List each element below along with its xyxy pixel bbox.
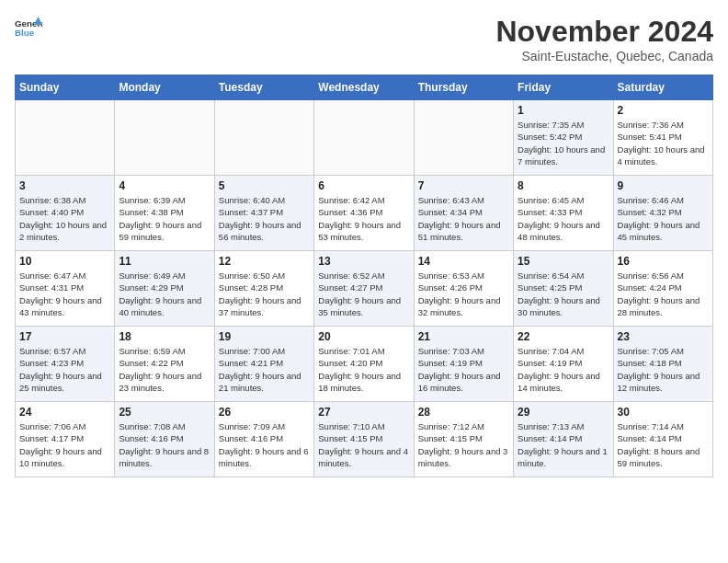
day-info: Sunrise: 7:00 AM Sunset: 4:21 PM Dayligh… — [219, 345, 310, 394]
calendar-cell: 18Sunrise: 6:59 AM Sunset: 4:22 PM Dayli… — [115, 327, 214, 402]
day-number: 25 — [119, 406, 210, 419]
day-info: Sunrise: 7:08 AM Sunset: 4:16 PM Dayligh… — [119, 420, 210, 469]
day-info: Sunrise: 6:47 AM Sunset: 4:31 PM Dayligh… — [19, 270, 110, 318]
day-number: 24 — [19, 406, 110, 419]
day-number: 8 — [518, 179, 609, 192]
day-info: Sunrise: 7:14 AM Sunset: 4:14 PM Dayligh… — [618, 420, 709, 469]
day-info: Sunrise: 6:53 AM Sunset: 4:26 PM Dayligh… — [418, 270, 509, 318]
calendar-cell: 3Sunrise: 6:38 AM Sunset: 4:40 PM Daylig… — [16, 176, 115, 251]
day-number: 29 — [518, 406, 609, 419]
logo: General Blue — [15, 15, 42, 40]
day-number: 21 — [418, 330, 509, 343]
day-number: 23 — [618, 330, 709, 343]
subtitle: Saint-Eustache, Quebec, Canada — [495, 49, 713, 63]
day-number: 13 — [318, 255, 409, 268]
week-row-2: 10Sunrise: 6:47 AM Sunset: 4:31 PM Dayli… — [16, 251, 713, 327]
day-info: Sunrise: 6:52 AM Sunset: 4:27 PM Dayligh… — [318, 270, 409, 318]
calendar-table: SundayMondayTuesdayWednesdayThursdayFrid… — [15, 75, 713, 477]
day-info: Sunrise: 6:45 AM Sunset: 4:33 PM Dayligh… — [518, 194, 609, 243]
day-number: 6 — [318, 179, 409, 192]
day-number: 7 — [418, 179, 509, 192]
day-number: 19 — [219, 330, 310, 343]
day-info: Sunrise: 7:35 AM Sunset: 5:42 PM Dayligh… — [518, 119, 609, 167]
day-info: Sunrise: 6:46 AM Sunset: 4:32 PM Dayligh… — [618, 194, 709, 243]
header: General Blue November 2024 Saint-Eustach… — [15, 15, 713, 63]
day-info: Sunrise: 7:01 AM Sunset: 4:20 PM Dayligh… — [318, 345, 409, 394]
day-number: 4 — [119, 179, 210, 192]
calendar-cell: 1Sunrise: 7:35 AM Sunset: 5:42 PM Daylig… — [514, 100, 613, 176]
calendar-cell: 23Sunrise: 7:05 AM Sunset: 4:18 PM Dayli… — [613, 327, 712, 402]
calendar-cell: 17Sunrise: 6:57 AM Sunset: 4:23 PM Dayli… — [16, 327, 115, 402]
calendar-cell: 5Sunrise: 6:40 AM Sunset: 4:37 PM Daylig… — [214, 176, 313, 251]
calendar-cell: 24Sunrise: 7:06 AM Sunset: 4:17 PM Dayli… — [16, 402, 115, 477]
day-number: 1 — [518, 104, 609, 117]
day-info: Sunrise: 6:49 AM Sunset: 4:29 PM Dayligh… — [119, 270, 210, 318]
calendar-cell: 11Sunrise: 6:49 AM Sunset: 4:29 PM Dayli… — [115, 251, 214, 327]
day-info: Sunrise: 6:40 AM Sunset: 4:37 PM Dayligh… — [219, 194, 310, 243]
calendar-cell — [414, 100, 513, 176]
day-number: 27 — [318, 406, 409, 419]
calendar-cell: 22Sunrise: 7:04 AM Sunset: 4:19 PM Dayli… — [514, 327, 613, 402]
day-number: 9 — [618, 179, 709, 192]
day-info: Sunrise: 7:13 AM Sunset: 4:14 PM Dayligh… — [518, 420, 609, 469]
calendar-cell: 21Sunrise: 7:03 AM Sunset: 4:19 PM Dayli… — [414, 327, 513, 402]
day-number: 16 — [618, 255, 709, 268]
day-number: 17 — [19, 330, 110, 343]
week-row-0: 1Sunrise: 7:35 AM Sunset: 5:42 PM Daylig… — [16, 100, 713, 176]
calendar-cell: 6Sunrise: 6:42 AM Sunset: 4:36 PM Daylig… — [314, 176, 414, 251]
weekday-header-sunday: Sunday — [16, 75, 115, 100]
calendar-cell: 7Sunrise: 6:43 AM Sunset: 4:34 PM Daylig… — [414, 176, 513, 251]
calendar-cell: 29Sunrise: 7:13 AM Sunset: 4:14 PM Dayli… — [514, 402, 613, 477]
day-number: 11 — [119, 255, 210, 268]
day-number: 14 — [418, 255, 509, 268]
week-row-3: 17Sunrise: 6:57 AM Sunset: 4:23 PM Dayli… — [16, 327, 713, 402]
day-info: Sunrise: 6:39 AM Sunset: 4:38 PM Dayligh… — [119, 194, 210, 243]
day-number: 18 — [119, 330, 210, 343]
calendar-cell — [115, 100, 214, 176]
day-info: Sunrise: 7:36 AM Sunset: 5:41 PM Dayligh… — [618, 119, 709, 167]
day-number: 28 — [418, 406, 509, 419]
day-info: Sunrise: 6:57 AM Sunset: 4:23 PM Dayligh… — [19, 345, 110, 394]
day-info: Sunrise: 7:09 AM Sunset: 4:16 PM Dayligh… — [219, 420, 310, 469]
weekday-header-saturday: Saturday — [613, 75, 712, 100]
day-info: Sunrise: 7:12 AM Sunset: 4:15 PM Dayligh… — [418, 420, 509, 469]
day-number: 10 — [19, 255, 110, 268]
calendar-cell: 27Sunrise: 7:10 AM Sunset: 4:15 PM Dayli… — [314, 402, 414, 477]
day-info: Sunrise: 7:05 AM Sunset: 4:18 PM Dayligh… — [618, 345, 709, 394]
calendar-cell: 20Sunrise: 7:01 AM Sunset: 4:20 PM Dayli… — [314, 327, 414, 402]
calendar-cell — [314, 100, 414, 176]
calendar-cell — [214, 100, 313, 176]
day-number: 15 — [518, 255, 609, 268]
calendar-cell: 2Sunrise: 7:36 AM Sunset: 5:41 PM Daylig… — [613, 100, 712, 176]
calendar-cell: 10Sunrise: 6:47 AM Sunset: 4:31 PM Dayli… — [16, 251, 115, 327]
day-info: Sunrise: 6:42 AM Sunset: 4:36 PM Dayligh… — [318, 194, 409, 243]
day-info: Sunrise: 7:10 AM Sunset: 4:15 PM Dayligh… — [318, 420, 409, 469]
day-number: 3 — [19, 179, 110, 192]
weekday-header-wednesday: Wednesday — [314, 75, 414, 100]
day-info: Sunrise: 7:04 AM Sunset: 4:19 PM Dayligh… — [518, 345, 609, 394]
day-number: 26 — [219, 406, 310, 419]
day-info: Sunrise: 6:43 AM Sunset: 4:34 PM Dayligh… — [418, 194, 509, 243]
day-number: 30 — [618, 406, 709, 419]
week-row-4: 24Sunrise: 7:06 AM Sunset: 4:17 PM Dayli… — [16, 402, 713, 477]
calendar-cell: 14Sunrise: 6:53 AM Sunset: 4:26 PM Dayli… — [414, 251, 513, 327]
day-info: Sunrise: 6:56 AM Sunset: 4:24 PM Dayligh… — [618, 270, 709, 318]
day-info: Sunrise: 6:50 AM Sunset: 4:28 PM Dayligh… — [219, 270, 310, 318]
calendar-cell: 15Sunrise: 6:54 AM Sunset: 4:25 PM Dayli… — [514, 251, 613, 327]
svg-text:Blue: Blue — [15, 28, 35, 38]
calendar-cell: 9Sunrise: 6:46 AM Sunset: 4:32 PM Daylig… — [613, 176, 712, 251]
day-number: 20 — [318, 330, 409, 343]
calendar-cell: 13Sunrise: 6:52 AM Sunset: 4:27 PM Dayli… — [314, 251, 414, 327]
day-number: 22 — [518, 330, 609, 343]
weekday-header-thursday: Thursday — [414, 75, 513, 100]
day-info: Sunrise: 6:54 AM Sunset: 4:25 PM Dayligh… — [518, 270, 609, 318]
calendar-cell: 25Sunrise: 7:08 AM Sunset: 4:16 PM Dayli… — [115, 402, 214, 477]
month-title: November 2024 — [495, 15, 713, 49]
calendar-cell: 28Sunrise: 7:12 AM Sunset: 4:15 PM Dayli… — [414, 402, 513, 477]
day-number: 12 — [219, 255, 310, 268]
calendar-cell: 12Sunrise: 6:50 AM Sunset: 4:28 PM Dayli… — [214, 251, 313, 327]
calendar-cell: 4Sunrise: 6:39 AM Sunset: 4:38 PM Daylig… — [115, 176, 214, 251]
weekday-header-monday: Monday — [115, 75, 214, 100]
calendar-cell: 16Sunrise: 6:56 AM Sunset: 4:24 PM Dayli… — [613, 251, 712, 327]
day-number: 2 — [618, 104, 709, 117]
